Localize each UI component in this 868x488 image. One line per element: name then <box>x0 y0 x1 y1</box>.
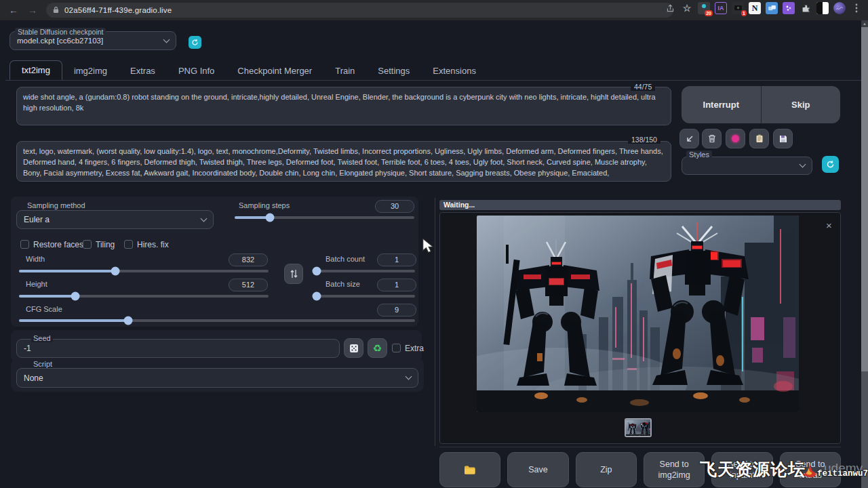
slider-handle[interactable] <box>313 267 321 276</box>
restore-faces-label: Restore faces <box>33 240 83 249</box>
sampling-method-dropdown[interactable]: Euler a <box>16 210 214 229</box>
scrollbar-up-arrow[interactable]: ▲ <box>861 20 868 27</box>
output-divider <box>439 447 841 447</box>
tab-txt2img[interactable]: txt2img <box>9 60 62 80</box>
hires-fix-label: Hires. fix <box>137 240 169 249</box>
extension-screenshot-icon[interactable] <box>766 2 778 14</box>
sampling-method-label: Sampling method <box>24 201 88 209</box>
paste-generation-params-button[interactable] <box>679 129 699 148</box>
tab-settings[interactable]: Settings <box>366 62 421 80</box>
chevron-down-icon <box>201 215 208 222</box>
sampling-method-value: Euler a <box>24 215 50 224</box>
gallery-thumbnail[interactable] <box>625 418 652 437</box>
slider-handle[interactable] <box>313 292 321 301</box>
save-style-button[interactable] <box>773 129 793 148</box>
apply-style-button[interactable] <box>749 129 769 148</box>
extension-row: ☆ 20 IA 1 N <box>664 2 863 14</box>
zip-button[interactable]: Zip <box>576 452 637 487</box>
close-icon[interactable]: × <box>826 220 832 231</box>
extension-ia-icon[interactable]: IA <box>715 2 727 14</box>
back-icon[interactable]: ← <box>8 5 19 16</box>
tab-extensions[interactable]: Extensions <box>421 62 488 80</box>
tab-checkpoint-merger[interactable]: Checkpoint Merger <box>226 62 323 80</box>
batch-count-value[interactable]: 1 <box>377 253 416 266</box>
send-to-extras-button[interactable]: Send to extras <box>780 452 841 487</box>
output-button-row: Save Zip Send to img2img Send to inpaint… <box>439 452 841 487</box>
batch-size-label: Batch size <box>326 280 360 288</box>
menu-dots-icon[interactable] <box>850 2 863 14</box>
extension-notion-icon[interactable]: N <box>749 2 761 14</box>
bookmark-star-icon[interactable]: ☆ <box>681 2 693 14</box>
sampling-steps-label: Sampling steps <box>239 201 290 209</box>
generated-image[interactable] <box>477 216 799 412</box>
random-seed-button[interactable] <box>344 338 363 358</box>
tab-extras[interactable]: Extras <box>119 62 167 80</box>
seed-extra-label: Extra <box>405 344 424 353</box>
seed-extra-checkbox[interactable] <box>392 344 401 352</box>
interrupt-skip-group: Interrupt Skip <box>682 86 840 123</box>
cfg-scale-value[interactable]: 9 <box>377 304 416 317</box>
send-to-img2img-button[interactable]: Send to img2img <box>644 452 705 487</box>
slider-handle[interactable] <box>265 214 274 222</box>
styles-dropdown[interactable] <box>682 157 812 175</box>
floppy-save-icon <box>779 135 787 143</box>
scrollbar-track[interactable]: ▲ <box>861 20 868 488</box>
tiling-checkbox[interactable] <box>83 240 92 249</box>
open-folder-button[interactable] <box>439 452 500 487</box>
swap-arrows-icon <box>290 269 298 279</box>
prompt-textarea[interactable]: wide shot angle, a (gundam:0.8) robot st… <box>16 87 671 125</box>
width-slider[interactable] <box>19 270 269 272</box>
refresh-icon <box>826 160 835 169</box>
share-icon[interactable] <box>664 2 676 14</box>
checkpoint-label: Stable Diffusion checkpoint <box>15 28 106 36</box>
slider-handle[interactable] <box>111 267 120 276</box>
restore-faces-checkbox[interactable] <box>20 240 29 249</box>
send-to-inpaint-button[interactable]: Send to inpaint <box>711 452 772 487</box>
url-bar[interactable]: 02a56ff4-71ff-439e.gradio.live <box>46 3 673 18</box>
clear-prompt-button[interactable] <box>702 129 722 148</box>
browser-chrome: ← → 02a56ff4-71ff-439e.gradio.live ☆ 20 … <box>0 0 868 20</box>
sampling-steps-value[interactable]: 30 <box>375 200 414 213</box>
height-slider[interactable] <box>19 295 269 298</box>
width-value[interactable]: 832 <box>229 253 268 266</box>
cfg-scale-label: CFG Scale <box>26 305 62 313</box>
styles-refresh-button[interactable] <box>822 156 839 173</box>
profile-avatar[interactable] <box>833 2 846 14</box>
slider-handle[interactable] <box>71 292 80 301</box>
extensions-puzzle-icon[interactable] <box>800 2 812 14</box>
seed-input[interactable]: -1 <box>16 339 340 358</box>
extension-contrast-icon[interactable] <box>816 2 829 14</box>
reuse-seed-button[interactable]: ♻ <box>368 338 387 358</box>
slider-handle[interactable] <box>124 317 133 325</box>
swap-dimensions-button[interactable] <box>284 264 303 284</box>
extra-networks-button[interactable] <box>726 129 745 148</box>
progress-text: Waiting... <box>443 201 475 209</box>
folder-icon <box>464 465 476 475</box>
checkpoint-refresh-button[interactable] <box>189 36 201 49</box>
cfg-scale-slider[interactable] <box>19 319 415 322</box>
save-button[interactable]: Save <box>507 452 568 487</box>
dice-icon <box>349 344 359 353</box>
batch-size-value[interactable]: 1 <box>377 279 416 291</box>
progress-bar: Waiting... <box>439 200 841 210</box>
extension-purple-icon[interactable] <box>783 2 795 14</box>
batch-count-slider[interactable] <box>317 270 415 272</box>
extension-adblock-icon[interactable]: 20 <box>698 2 710 14</box>
tab-png-info[interactable]: PNG Info <box>167 62 226 80</box>
hires-fix-checkbox[interactable] <box>124 240 133 249</box>
tab-img2img[interactable]: img2img <box>62 62 119 80</box>
column-divider <box>435 198 435 446</box>
sampling-steps-slider[interactable] <box>235 216 414 219</box>
batch-size-slider[interactable] <box>317 295 415 298</box>
skip-button[interactable]: Skip <box>762 86 841 123</box>
height-value[interactable]: 512 <box>229 279 268 291</box>
height-label: Height <box>26 280 47 288</box>
script-dropdown[interactable]: None <box>16 368 418 388</box>
forward-icon[interactable]: → <box>27 5 38 16</box>
script-value: None <box>24 373 43 383</box>
tab-train[interactable]: Train <box>323 62 366 80</box>
negative-prompt-textarea[interactable]: text, logo, watermark, (worst quality, l… <box>16 141 671 182</box>
extension-camera-icon[interactable]: 1 <box>732 2 744 14</box>
scrollbar-thumb[interactable] <box>861 27 868 371</box>
interrupt-button[interactable]: Interrupt <box>682 86 762 123</box>
